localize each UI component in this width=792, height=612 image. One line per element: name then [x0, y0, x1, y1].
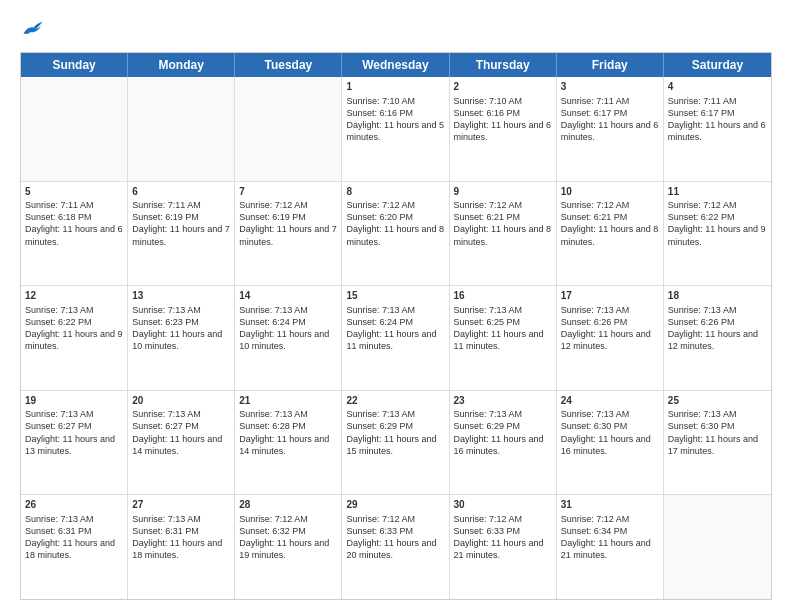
- logo: [20, 18, 44, 42]
- cell-info: Sunrise: 7:13 AM Sunset: 6:31 PM Dayligh…: [132, 513, 230, 562]
- day-number: 20: [132, 394, 230, 408]
- cell-info: Sunrise: 7:11 AM Sunset: 6:19 PM Dayligh…: [132, 199, 230, 248]
- day-number: 23: [454, 394, 552, 408]
- calendar-cell-17: 17Sunrise: 7:13 AM Sunset: 6:26 PM Dayli…: [557, 286, 664, 390]
- cell-info: Sunrise: 7:13 AM Sunset: 6:31 PM Dayligh…: [25, 513, 123, 562]
- cell-info: Sunrise: 7:13 AM Sunset: 6:27 PM Dayligh…: [132, 408, 230, 457]
- calendar-cell-24: 24Sunrise: 7:13 AM Sunset: 6:30 PM Dayli…: [557, 391, 664, 495]
- day-number: 22: [346, 394, 444, 408]
- logo-bird-icon: [22, 18, 44, 40]
- day-number: 19: [25, 394, 123, 408]
- calendar-cell-23: 23Sunrise: 7:13 AM Sunset: 6:29 PM Dayli…: [450, 391, 557, 495]
- cell-info: Sunrise: 7:12 AM Sunset: 6:34 PM Dayligh…: [561, 513, 659, 562]
- calendar-row-4: 26Sunrise: 7:13 AM Sunset: 6:31 PM Dayli…: [21, 495, 771, 599]
- day-number: 14: [239, 289, 337, 303]
- header-day-thursday: Thursday: [450, 53, 557, 77]
- calendar-cell-7: 7Sunrise: 7:12 AM Sunset: 6:19 PM Daylig…: [235, 182, 342, 286]
- day-number: 8: [346, 185, 444, 199]
- calendar-cell-30: 30Sunrise: 7:12 AM Sunset: 6:33 PM Dayli…: [450, 495, 557, 599]
- header-day-tuesday: Tuesday: [235, 53, 342, 77]
- calendar-cell-12: 12Sunrise: 7:13 AM Sunset: 6:22 PM Dayli…: [21, 286, 128, 390]
- day-number: 30: [454, 498, 552, 512]
- calendar-cell-26: 26Sunrise: 7:13 AM Sunset: 6:31 PM Dayli…: [21, 495, 128, 599]
- calendar-cell-empty-0-0: [21, 77, 128, 181]
- cell-info: Sunrise: 7:13 AM Sunset: 6:24 PM Dayligh…: [346, 304, 444, 353]
- cell-info: Sunrise: 7:11 AM Sunset: 6:18 PM Dayligh…: [25, 199, 123, 248]
- day-number: 2: [454, 80, 552, 94]
- day-number: 3: [561, 80, 659, 94]
- day-number: 26: [25, 498, 123, 512]
- day-number: 29: [346, 498, 444, 512]
- calendar-cell-13: 13Sunrise: 7:13 AM Sunset: 6:23 PM Dayli…: [128, 286, 235, 390]
- day-number: 16: [454, 289, 552, 303]
- day-number: 21: [239, 394, 337, 408]
- calendar-cell-4: 4Sunrise: 7:11 AM Sunset: 6:17 PM Daylig…: [664, 77, 771, 181]
- cell-info: Sunrise: 7:13 AM Sunset: 6:26 PM Dayligh…: [561, 304, 659, 353]
- day-number: 13: [132, 289, 230, 303]
- day-number: 27: [132, 498, 230, 512]
- calendar-cell-20: 20Sunrise: 7:13 AM Sunset: 6:27 PM Dayli…: [128, 391, 235, 495]
- cell-info: Sunrise: 7:12 AM Sunset: 6:19 PM Dayligh…: [239, 199, 337, 248]
- cell-info: Sunrise: 7:13 AM Sunset: 6:25 PM Dayligh…: [454, 304, 552, 353]
- cell-info: Sunrise: 7:10 AM Sunset: 6:16 PM Dayligh…: [454, 95, 552, 144]
- day-number: 15: [346, 289, 444, 303]
- calendar-cell-29: 29Sunrise: 7:12 AM Sunset: 6:33 PM Dayli…: [342, 495, 449, 599]
- calendar-cell-3: 3Sunrise: 7:11 AM Sunset: 6:17 PM Daylig…: [557, 77, 664, 181]
- cell-info: Sunrise: 7:11 AM Sunset: 6:17 PM Dayligh…: [668, 95, 767, 144]
- calendar-cell-9: 9Sunrise: 7:12 AM Sunset: 6:21 PM Daylig…: [450, 182, 557, 286]
- cell-info: Sunrise: 7:13 AM Sunset: 6:28 PM Dayligh…: [239, 408, 337, 457]
- cell-info: Sunrise: 7:12 AM Sunset: 6:20 PM Dayligh…: [346, 199, 444, 248]
- day-number: 4: [668, 80, 767, 94]
- cell-info: Sunrise: 7:13 AM Sunset: 6:22 PM Dayligh…: [25, 304, 123, 353]
- day-number: 12: [25, 289, 123, 303]
- cell-info: Sunrise: 7:13 AM Sunset: 6:29 PM Dayligh…: [454, 408, 552, 457]
- cell-info: Sunrise: 7:12 AM Sunset: 6:21 PM Dayligh…: [561, 199, 659, 248]
- day-number: 24: [561, 394, 659, 408]
- calendar-cell-15: 15Sunrise: 7:13 AM Sunset: 6:24 PM Dayli…: [342, 286, 449, 390]
- header-day-saturday: Saturday: [664, 53, 771, 77]
- calendar-cell-11: 11Sunrise: 7:12 AM Sunset: 6:22 PM Dayli…: [664, 182, 771, 286]
- calendar-cell-empty-0-1: [128, 77, 235, 181]
- day-number: 7: [239, 185, 337, 199]
- calendar-cell-14: 14Sunrise: 7:13 AM Sunset: 6:24 PM Dayli…: [235, 286, 342, 390]
- cell-info: Sunrise: 7:12 AM Sunset: 6:22 PM Dayligh…: [668, 199, 767, 248]
- cell-info: Sunrise: 7:13 AM Sunset: 6:27 PM Dayligh…: [25, 408, 123, 457]
- calendar-cell-10: 10Sunrise: 7:12 AM Sunset: 6:21 PM Dayli…: [557, 182, 664, 286]
- day-number: 9: [454, 185, 552, 199]
- calendar-row-3: 19Sunrise: 7:13 AM Sunset: 6:27 PM Dayli…: [21, 391, 771, 496]
- header-day-sunday: Sunday: [21, 53, 128, 77]
- day-number: 17: [561, 289, 659, 303]
- day-number: 31: [561, 498, 659, 512]
- cell-info: Sunrise: 7:12 AM Sunset: 6:32 PM Dayligh…: [239, 513, 337, 562]
- calendar-cell-16: 16Sunrise: 7:13 AM Sunset: 6:25 PM Dayli…: [450, 286, 557, 390]
- cell-info: Sunrise: 7:10 AM Sunset: 6:16 PM Dayligh…: [346, 95, 444, 144]
- header: [20, 18, 772, 42]
- cell-info: Sunrise: 7:12 AM Sunset: 6:33 PM Dayligh…: [346, 513, 444, 562]
- day-number: 5: [25, 185, 123, 199]
- calendar-header: SundayMondayTuesdayWednesdayThursdayFrid…: [21, 53, 771, 77]
- calendar: SundayMondayTuesdayWednesdayThursdayFrid…: [20, 52, 772, 600]
- cell-info: Sunrise: 7:13 AM Sunset: 6:30 PM Dayligh…: [668, 408, 767, 457]
- cell-info: Sunrise: 7:13 AM Sunset: 6:29 PM Dayligh…: [346, 408, 444, 457]
- day-number: 1: [346, 80, 444, 94]
- cell-info: Sunrise: 7:11 AM Sunset: 6:17 PM Dayligh…: [561, 95, 659, 144]
- day-number: 6: [132, 185, 230, 199]
- calendar-cell-empty-0-2: [235, 77, 342, 181]
- calendar-cell-31: 31Sunrise: 7:12 AM Sunset: 6:34 PM Dayli…: [557, 495, 664, 599]
- calendar-row-2: 12Sunrise: 7:13 AM Sunset: 6:22 PM Dayli…: [21, 286, 771, 391]
- day-number: 18: [668, 289, 767, 303]
- calendar-cell-empty-4-6: [664, 495, 771, 599]
- day-number: 10: [561, 185, 659, 199]
- calendar-cell-1: 1Sunrise: 7:10 AM Sunset: 6:16 PM Daylig…: [342, 77, 449, 181]
- calendar-cell-25: 25Sunrise: 7:13 AM Sunset: 6:30 PM Dayli…: [664, 391, 771, 495]
- calendar-cell-27: 27Sunrise: 7:13 AM Sunset: 6:31 PM Dayli…: [128, 495, 235, 599]
- day-number: 25: [668, 394, 767, 408]
- header-day-monday: Monday: [128, 53, 235, 77]
- header-day-friday: Friday: [557, 53, 664, 77]
- calendar-body: 1Sunrise: 7:10 AM Sunset: 6:16 PM Daylig…: [21, 77, 771, 599]
- calendar-cell-21: 21Sunrise: 7:13 AM Sunset: 6:28 PM Dayli…: [235, 391, 342, 495]
- cell-info: Sunrise: 7:12 AM Sunset: 6:21 PM Dayligh…: [454, 199, 552, 248]
- cell-info: Sunrise: 7:13 AM Sunset: 6:23 PM Dayligh…: [132, 304, 230, 353]
- calendar-cell-8: 8Sunrise: 7:12 AM Sunset: 6:20 PM Daylig…: [342, 182, 449, 286]
- calendar-cell-28: 28Sunrise: 7:12 AM Sunset: 6:32 PM Dayli…: [235, 495, 342, 599]
